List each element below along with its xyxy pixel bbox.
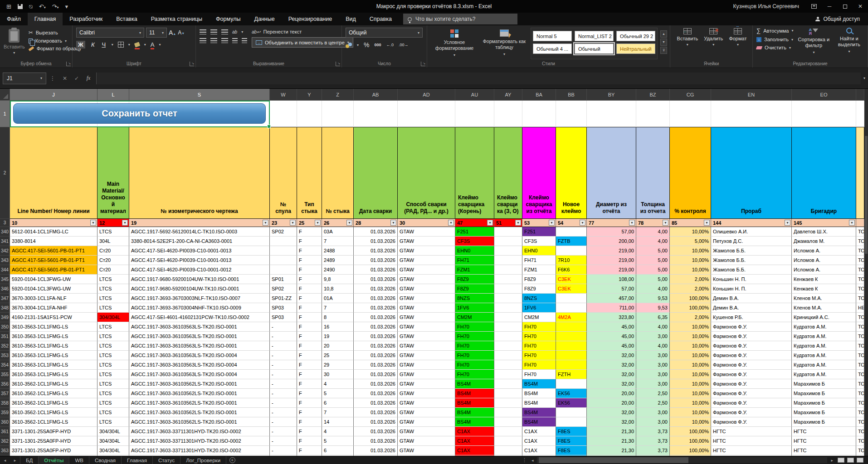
cell-J345[interactable]: 5920-0104-1CL3FWG-UW (10, 275, 98, 284)
row-header-346[interactable]: 346 (0, 284, 10, 294)
cell-AD353[interactable]: GTAW (398, 351, 455, 360)
cell-AD346[interactable]: GTAW (398, 284, 455, 294)
cell-AB349[interactable]: 01.03.2026 (354, 313, 398, 322)
cell-BB361[interactable]: F8ES (556, 427, 587, 436)
cell-EN351[interactable]: Фармонов Ф.У. (711, 332, 792, 341)
cell-empty[interactable] (398, 101, 455, 127)
cell-BZ345[interactable]: 5,00 (636, 275, 670, 284)
cell-CG345[interactable]: 2,00% (670, 275, 711, 284)
table-header-BZ[interactable]: Толщина из отчета (636, 127, 670, 219)
ribbon-tab-Справка[interactable]: Справка (363, 13, 399, 25)
cell-partial356[interactable]: ТОВ (856, 379, 864, 389)
insert-function-icon[interactable]: fx (83, 75, 94, 82)
cell-BY351[interactable]: 45,00 (587, 332, 636, 341)
decrease-indent-icon[interactable] (232, 38, 238, 43)
cell-S355[interactable]: AGCC.1917-3603-36103563LS-TK20.ISO-0004 (129, 370, 270, 379)
column-header-AD[interactable]: AD (398, 89, 455, 100)
minimize-icon[interactable]: ─ (822, 0, 837, 13)
cell-L342[interactable]: Ст20 (98, 246, 129, 256)
find-select-button[interactable]: Найти и выделить▾ (834, 27, 864, 59)
cell-empty[interactable] (556, 101, 587, 127)
cell-AU351[interactable]: FH70 (455, 332, 494, 341)
normal-view-icon[interactable] (838, 458, 844, 463)
cell-W340[interactable]: SP02 (270, 227, 297, 237)
filter-cell-S[interactable]: 19▼ (129, 219, 270, 227)
cell-BY354[interactable]: 32,00 (587, 360, 636, 370)
cell-EO359[interactable]: Марахимов Б (792, 408, 856, 417)
cell-BB363[interactable]: F8ES (556, 446, 587, 455)
filter-dropdown-icon[interactable]: ▼ (122, 220, 128, 226)
filter-dropdown-icon[interactable]: ▼ (580, 220, 585, 226)
row-header-343[interactable]: 343 (0, 256, 10, 265)
cell-BA352[interactable]: FH70 (522, 341, 556, 351)
cell-W350[interactable]: - (270, 322, 297, 332)
cell-partial351[interactable]: ТОВ (856, 332, 864, 341)
sheet-nav-right-icon[interactable]: ▸ (10, 456, 20, 464)
cell-AY355[interactable] (494, 370, 522, 379)
cell-partial354[interactable]: ТОВ (856, 360, 864, 370)
cell-EO344[interactable]: Исломов А. (792, 265, 856, 275)
insert-cells-button[interactable]: Вставить▾ (677, 28, 698, 59)
cell-AU350[interactable]: FH70 (455, 322, 494, 332)
cell-BB349[interactable]: 4M2A (556, 313, 587, 322)
cell-AY356[interactable] (494, 379, 522, 389)
macro-disabled-icon[interactable]: ⍉ (29, 4, 33, 10)
cell-BZ358[interactable]: 2,50 (636, 398, 670, 408)
font-size-combo[interactable]: 11▾ (146, 28, 167, 38)
cell-BY350[interactable]: 45,00 (587, 322, 636, 332)
cell-BY353[interactable]: 32,00 (587, 351, 636, 360)
cell-Y342[interactable]: F (297, 246, 322, 256)
cell-EN348[interactable]: Демин В.А. (711, 303, 792, 313)
cell-AY348[interactable] (494, 303, 522, 313)
table-header-AD[interactable]: Способ сварки (РАД, РД... и др.) (398, 127, 455, 219)
row-header-356[interactable]: 356 (0, 379, 10, 389)
row-header-345[interactable]: 345 (0, 275, 10, 284)
cell-BA349[interactable]: CM2M (522, 313, 556, 322)
cell-AU342[interactable]: EHN0 (455, 246, 494, 256)
cell-AB346[interactable]: 01.03.2026 (354, 284, 398, 294)
column-header-Y[interactable]: Y (297, 89, 322, 100)
cell-AY357[interactable] (494, 389, 522, 398)
filter-cell-AY[interactable]: 51▼ (494, 219, 522, 227)
cell-J359[interactable]: 3610-3562-1CL1FMG-LS (10, 408, 98, 417)
clear-button[interactable]: Очистить▾ (756, 45, 793, 50)
cell-Y361[interactable]: F (297, 427, 322, 436)
cell-W355[interactable]: - (270, 370, 297, 379)
cell-empty[interactable] (522, 101, 556, 127)
cell-Z349[interactable]: 8 (322, 313, 354, 322)
cell-J358[interactable]: 3610-3562-1CL1FMG-LS (10, 398, 98, 408)
cell-EO360[interactable]: Марахимов Б (792, 417, 856, 427)
cell-EN362[interactable]: НГТС (711, 436, 792, 446)
cell-W347[interactable]: SP01-ZZ (270, 294, 297, 303)
cell-BZ351[interactable]: 3,00 (636, 332, 670, 341)
cell-W346[interactable]: SP02 (270, 284, 297, 294)
cell-AU354[interactable]: FH70 (455, 360, 494, 370)
filter-dropdown-icon[interactable]: ▼ (487, 220, 493, 226)
cell-AD359[interactable]: GTAW (398, 408, 455, 417)
cell-J340[interactable]: 5612-0014-1CL1FMG-LC (10, 227, 98, 237)
cell-BZ352[interactable]: 4,00 (636, 341, 670, 351)
align-left-icon[interactable] (200, 38, 206, 43)
cell-partial358[interactable]: ТОВ (856, 398, 864, 408)
cell-BY359[interactable]: 32,00 (587, 408, 636, 417)
column-header-W[interactable]: W (270, 89, 297, 100)
cell-AB354[interactable]: 01.03.2026 (354, 360, 398, 370)
cell-BZ355[interactable]: 3,00 (636, 370, 670, 379)
cell-AY352[interactable] (494, 341, 522, 351)
cell-Z340[interactable]: 03A (322, 227, 354, 237)
vertical-scrollbar[interactable] (864, 89, 868, 456)
orientation-icon[interactable]: ab (232, 29, 237, 34)
cell-EN352[interactable]: Фармонов Ф.У. (711, 341, 792, 351)
cell-AB352[interactable]: 01.03.2026 (354, 341, 398, 351)
cell-BB347[interactable] (556, 294, 587, 303)
cell-CG355[interactable]: 10,00% (670, 370, 711, 379)
cell-AU343[interactable]: FH71 (455, 256, 494, 265)
cell-Z353[interactable]: 25 (322, 351, 354, 360)
cell-EO353[interactable]: Кудратов А.М. (792, 351, 856, 360)
format-as-table-button[interactable]: Форматировать как таблицу ▾ (481, 28, 528, 59)
maximize-icon[interactable] (837, 0, 853, 13)
fill-button[interactable]: ↓Заполнить▾ (756, 37, 793, 42)
cell-S340[interactable]: AGCC.1917-5692-56120014LC-TK10.ISO-0003 (129, 227, 270, 237)
ribbon-tab-Главная[interactable]: Главная (28, 13, 63, 25)
cell-AD343[interactable]: GTAW (398, 256, 455, 265)
